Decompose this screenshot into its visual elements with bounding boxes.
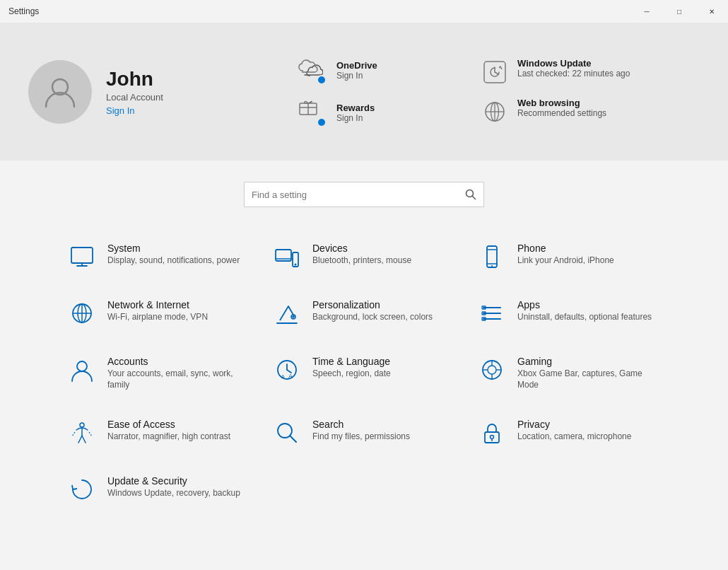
search-input[interactable]: [252, 190, 465, 200]
search-setting-name: Search: [312, 419, 410, 430]
accounts-icon: [68, 356, 96, 384]
profile-info: John Local Account Sign In: [106, 68, 163, 116]
setting-privacy[interactable]: Privacy Location, camera, microphone: [466, 405, 671, 461]
ease-of-access-icon: [68, 419, 96, 447]
network-text: Network & Internet Wi-Fi, airplane mode,…: [107, 299, 208, 323]
windows-update-name: Windows Update: [517, 58, 630, 69]
phone-icon: [478, 243, 506, 271]
gaming-text: Gaming Xbox Game Bar, captures, Game Mod…: [517, 356, 659, 390]
search-box: [244, 182, 484, 207]
update-security-name: Update & Security: [107, 475, 240, 487]
profile-name: John: [106, 68, 163, 91]
app-title: Settings: [8, 6, 39, 16]
network-desc: Wi-Fi, airplane mode, VPN: [107, 312, 208, 323]
setting-accounts[interactable]: Accounts Your accounts, email, sync, wor…: [57, 342, 262, 405]
svg-text:A: A: [288, 373, 293, 380]
windows-update-service[interactable]: Windows Update Last checked: 22 minutes …: [481, 52, 630, 92]
setting-devices[interactable]: Devices Bluetooth, printers, mouse: [262, 228, 466, 285]
phone-name: Phone: [517, 243, 614, 254]
svg-point-33: [77, 361, 87, 371]
search-setting-desc: Find my files, permissions: [312, 431, 410, 443]
web-browsing-service[interactable]: Web browsing Recommended settings: [481, 92, 630, 132]
devices-desc: Bluetooth, printers, mouse: [312, 255, 411, 267]
system-text: System Display, sound, notifications, po…: [107, 243, 240, 267]
avatar: [28, 60, 92, 124]
svg-text:A: A: [281, 374, 285, 379]
svg-point-45: [80, 423, 84, 427]
windows-update-text: Windows Update Last checked: 22 minutes …: [517, 58, 630, 80]
devices-icon: [273, 243, 301, 271]
web-browsing-sub: Recommended settings: [517, 108, 606, 120]
profile-signin-link[interactable]: Sign In: [106, 105, 163, 116]
profile-account-type: Local Account: [106, 92, 163, 103]
svg-line-48: [290, 436, 296, 442]
web-browsing-icon: [481, 98, 509, 126]
window-controls: ─ □ ✕: [630, 0, 728, 23]
apps-desc: Uninstall, defaults, optional features: [517, 312, 652, 323]
devices-name: Devices: [312, 243, 411, 254]
setting-network[interactable]: Network & Internet Wi-Fi, airplane mode,…: [57, 285, 262, 342]
time-language-desc: Speech, region, date: [312, 368, 391, 380]
windows-update-icon: [481, 58, 509, 86]
web-browsing-text: Web browsing Recommended settings: [517, 98, 606, 120]
restore-button[interactable]: □: [663, 0, 695, 23]
privacy-icon: [478, 419, 506, 447]
network-icon: [68, 299, 96, 327]
rewards-name: Rewards: [336, 103, 375, 113]
ease-of-access-name: Ease of Access: [107, 419, 230, 430]
personalization-desc: Background, lock screen, colors: [312, 312, 433, 323]
rewards-service[interactable]: Rewards Sign In: [297, 92, 438, 134]
setting-system[interactable]: System Display, sound, notifications, po…: [57, 228, 262, 285]
personalization-text: Personalization Background, lock screen,…: [312, 299, 433, 323]
header-area: John Local Account Sign In OneDrive Sig: [0, 23, 728, 161]
accounts-text: Accounts Your accounts, email, sync, wor…: [107, 356, 249, 390]
setting-apps[interactable]: Apps Uninstall, defaults, optional featu…: [466, 285, 671, 342]
setting-time-language[interactable]: A A Time & Language Speech, region, date: [262, 342, 466, 405]
setting-search[interactable]: Search Find my files, permissions: [262, 405, 466, 461]
svg-rect-11: [71, 248, 93, 263]
onedrive-icon-wrap: [297, 55, 328, 86]
setting-phone[interactable]: Phone Link your Android, iPhone: [466, 228, 671, 285]
search-setting-icon: [273, 419, 301, 447]
privacy-text: Privacy Location, camera, microphone: [517, 419, 631, 443]
rewards-icon-wrap: [297, 98, 328, 129]
time-language-icon: A A: [273, 356, 301, 384]
update-security-icon: [68, 475, 96, 504]
setting-personalization[interactable]: Personalization Background, lock screen,…: [262, 285, 466, 342]
setting-ease-of-access[interactable]: Ease of Access Narrator, magnifier, high…: [57, 405, 262, 461]
system-name: System: [107, 243, 240, 254]
gaming-name: Gaming: [517, 356, 659, 367]
phone-desc: Link your Android, iPhone: [517, 255, 614, 267]
svg-point-21: [491, 265, 493, 267]
personalization-name: Personalization: [312, 299, 433, 310]
ease-of-access-desc: Narrator, magnifier, high contrast: [107, 431, 230, 443]
minimize-button[interactable]: ─: [630, 0, 663, 23]
onedrive-name: OneDrive: [336, 60, 377, 71]
system-icon: [68, 243, 96, 271]
search-setting-text: Search Find my files, permissions: [312, 419, 410, 443]
onedrive-dot: [317, 75, 327, 85]
setting-update-security[interactable]: Update & Security Windows Update, recove…: [57, 461, 262, 518]
search-icon: [465, 189, 476, 200]
setting-gaming[interactable]: Gaming Xbox Game Bar, captures, Game Mod…: [466, 342, 671, 405]
time-language-name: Time & Language: [312, 356, 391, 367]
update-security-text: Update & Security Windows Update, recove…: [107, 475, 240, 499]
phone-text: Phone Link your Android, iPhone: [517, 243, 614, 267]
rewards-sub: Sign In: [336, 113, 375, 123]
svg-point-50: [491, 436, 494, 439]
rewards-text: Rewards Sign In: [336, 103, 375, 123]
accounts-desc: Your accounts, email, sync, work, family: [107, 368, 249, 390]
apps-icon: [478, 299, 506, 327]
windows-update-sub: Last checked: 22 minutes ago: [517, 69, 630, 80]
titlebar: Settings ─ □ ✕: [0, 0, 728, 23]
privacy-name: Privacy: [517, 419, 631, 430]
onedrive-service[interactable]: OneDrive Sign In: [297, 50, 438, 92]
devices-text: Devices Bluetooth, printers, mouse: [312, 243, 411, 267]
left-services: OneDrive Sign In Rewards Sign In: [297, 50, 438, 134]
update-security-desc: Windows Update, recovery, backup: [107, 488, 240, 499]
right-services: Windows Update Last checked: 22 minutes …: [481, 52, 630, 132]
apps-text: Apps Uninstall, defaults, optional featu…: [517, 299, 652, 323]
profile-section: John Local Account Sign In: [28, 60, 254, 124]
close-button[interactable]: ✕: [695, 0, 728, 23]
ease-of-access-text: Ease of Access Narrator, magnifier, high…: [107, 419, 230, 443]
